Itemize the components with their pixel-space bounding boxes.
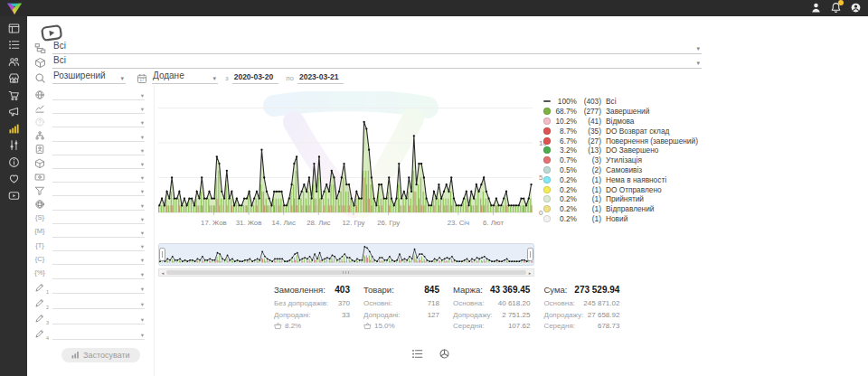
sidebar-item-integrations[interactable] [0, 137, 27, 155]
legend-dot-swatch [543, 215, 551, 222]
legend-percent: 0.2% [551, 204, 577, 213]
legend-count: (41) [577, 117, 601, 126]
legend-label: Завершений [606, 107, 649, 116]
legend-item-10[interactable]: 0.2%(1)DO Отправлено [543, 184, 720, 194]
legend-percent: 0.7% [551, 155, 577, 164]
basket-icon [274, 322, 282, 330]
stat-value: 845 [424, 285, 439, 295]
filter-select-1[interactable] [52, 89, 145, 100]
filter-select-7[interactable] [52, 171, 145, 183]
legend-label: Самовивіз [606, 165, 642, 174]
filter-select-10[interactable] [52, 212, 145, 224]
legend-item-11[interactable]: 0.2%(1)Прийнятий [543, 194, 720, 204]
summary-stats: Замовлення:403Без допродажів:370Допродан… [274, 285, 619, 333]
chart-navigator[interactable] [158, 243, 534, 277]
legend-item-1[interactable]: 100%(403)Всі [543, 97, 720, 107]
sidebar-item-orders[interactable] [0, 37, 27, 54]
orders-list-icon[interactable] [411, 348, 423, 360]
notification-badge [838, 0, 844, 5]
legend-percent: 6.7% [551, 136, 577, 146]
apply-button-label: Застосувати [83, 351, 130, 360]
scrollbar-thumb[interactable] [166, 270, 526, 275]
sidebar-item-support[interactable] [0, 171, 27, 188]
filter-select-12[interactable] [52, 240, 145, 251]
sidebar-item-marketing[interactable] [0, 104, 27, 121]
legend-item-12[interactable]: 0.2%(1)Відправлений [543, 204, 720, 214]
sidebar-item-info[interactable] [0, 154, 27, 171]
top-bar [0, 0, 868, 16]
legend-item-7[interactable]: 0.7%(3)Утилізація [543, 155, 720, 165]
filter-select-14[interactable] [52, 268, 145, 279]
filter-select-13[interactable] [52, 253, 145, 265]
sidebar-item-video[interactable] [0, 187, 27, 204]
filter-row-contact [34, 143, 154, 156]
filter-select-8[interactable] [52, 184, 145, 196]
bar-chart-icon [71, 351, 80, 359]
legend-percent: 8.7% [551, 127, 577, 136]
stat-sub-label: Середня: [543, 321, 575, 333]
calendar-icon: 17 [137, 73, 147, 84]
scrollbar-grip-icon [343, 271, 351, 274]
code-filter-icon: {%} [34, 268, 45, 278]
legend-item-8[interactable]: 0.5%(2)Самовивіз [543, 165, 720, 175]
legend-count: (1) [577, 175, 601, 184]
filter-select-18[interactable] [52, 328, 145, 340]
legend-item-5[interactable]: 6.7%(27)Повернення (завершений) [543, 136, 720, 146]
stat-value: 273 529.94 [574, 285, 619, 295]
sidebar-item-dashboard[interactable] [0, 20, 27, 37]
legend-dot-swatch [543, 118, 551, 125]
account-icon[interactable] [850, 2, 862, 14]
filter-select-4[interactable] [52, 130, 145, 142]
filter-row-pencil1: 1 [34, 280, 154, 296]
sidebar-item-clients[interactable] [0, 53, 27, 70]
filter-select-2[interactable] [52, 102, 145, 114]
filter-select-5[interactable] [52, 144, 145, 155]
filter-row-code-11: {M} [34, 225, 154, 239]
product-select[interactable]: Всі [52, 55, 702, 69]
sidebar-item-cart[interactable] [0, 87, 27, 104]
stat-column-3: Маржа:43 369.45Основна:40 618.20Допродаж… [453, 285, 530, 333]
legend-item-6[interactable]: 3.2%(13)DO Завершено [543, 146, 720, 155]
user-icon[interactable] [810, 2, 822, 14]
source-select[interactable]: Всі [52, 41, 702, 54]
filter-select-11[interactable] [52, 226, 145, 238]
legend-dot-swatch [543, 166, 551, 174]
money-filter-icon [34, 172, 45, 183]
filter-select-17[interactable] [52, 313, 145, 324]
stat-column-4: Сума:273 529.94Основна:245 871.02Допрода… [543, 285, 619, 333]
filter-select-3[interactable] [52, 116, 145, 127]
legend-item-3[interactable]: 10.2%(41)Відмова [543, 117, 720, 127]
apply-filters-button[interactable]: Застосувати [61, 348, 140, 362]
notifications-icon[interactable] [830, 2, 842, 14]
stat-sub-label: Допродані: [363, 310, 401, 322]
legend-item-2[interactable]: 68.7%(277)Завершений [543, 107, 720, 117]
filter-row-help [34, 115, 154, 128]
products-sphere-icon[interactable] [439, 348, 450, 360]
scroll-left-icon[interactable] [159, 269, 166, 276]
pencil-filter-icon: 3 [34, 313, 45, 324]
date-to-input[interactable]: 2023-03-21 [297, 72, 344, 84]
search-mode-select[interactable]: Розширений [52, 70, 126, 84]
navigator-scrollbar[interactable] [158, 268, 534, 277]
legend-item-4[interactable]: 8.7%(35)DO Возврат склад [543, 126, 720, 136]
filter-select-6[interactable] [52, 157, 145, 169]
legend-item-9[interactable]: 0.2%(1)Нема в наявності [543, 174, 720, 184]
date-from-input[interactable]: 2020-03-20 [232, 72, 278, 84]
legend-count: (1) [577, 185, 601, 194]
legend-count: (1) [577, 214, 601, 223]
sidebar-item-stats[interactable] [0, 120, 27, 137]
stat-sub-value: 27 658.92 [588, 310, 620, 322]
date-field-select[interactable]: Додане [152, 70, 218, 84]
filter-row-funnel [34, 183, 154, 197]
filter-select-9[interactable] [52, 199, 145, 211]
filter-select-16[interactable] [52, 297, 145, 309]
scroll-right-icon[interactable] [526, 269, 533, 276]
sidebar-item-store[interactable] [0, 70, 27, 88]
video-hint-button[interactable] [39, 20, 63, 37]
stat-sub-value: 107.62 [508, 321, 530, 333]
filter-select-15[interactable] [52, 282, 145, 294]
pencil-filter-icon: 4 [34, 328, 45, 339]
filter-row-code-13: {C} [34, 252, 154, 266]
legend-item-13[interactable]: 0.2%(1)Новий [543, 214, 720, 224]
orders-chart: 051017. Жов31. Жов14. Лис28. Лис12. Гру2… [158, 91, 556, 234]
